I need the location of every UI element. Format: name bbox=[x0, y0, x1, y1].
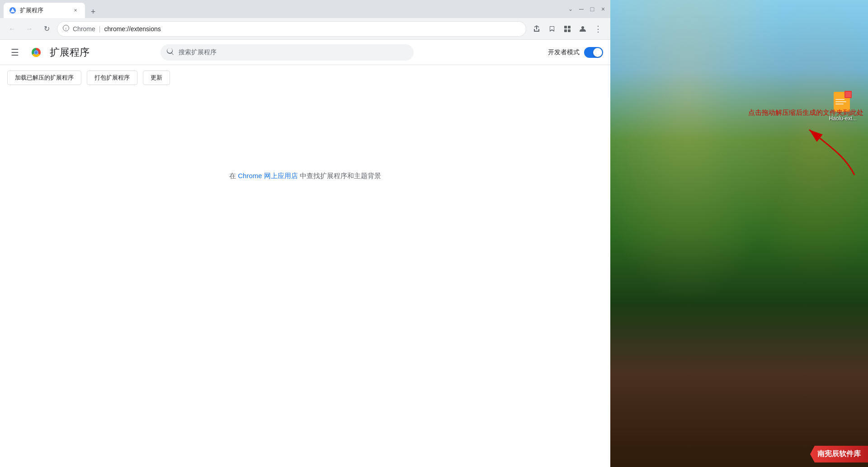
load-unpacked-button[interactable]: 加载已解压的扩展程序 bbox=[7, 71, 81, 85]
share-button[interactable] bbox=[530, 22, 543, 36]
chrome-logo bbox=[30, 46, 42, 59]
svg-text:i: i bbox=[66, 27, 66, 31]
profile-button[interactable] bbox=[576, 22, 590, 36]
webstore-suffix: 中查找扩展程序和主题背景 bbox=[300, 172, 381, 179]
dev-buttons-bar: 加载已解压的扩展程序 打包扩展程序 更新 bbox=[0, 65, 610, 90]
search-container: 搜索扩展程序 bbox=[160, 44, 414, 61]
forward-button[interactable]: → bbox=[23, 22, 36, 36]
site-name: Chrome bbox=[73, 25, 95, 33]
back-button[interactable]: ← bbox=[5, 22, 19, 36]
tab-favicon bbox=[9, 7, 16, 14]
search-icon bbox=[167, 48, 174, 57]
search-bar[interactable]: 搜索扩展程序 bbox=[160, 44, 414, 61]
annotation-text: 点击拖动解压缩后生成的文件夹到此处 bbox=[683, 108, 863, 117]
toolbar-icons: ⋮ bbox=[530, 22, 605, 36]
svg-point-13 bbox=[35, 51, 38, 54]
menu-button[interactable]: ⋮ bbox=[591, 22, 605, 36]
address-divider: | bbox=[99, 25, 101, 33]
extensions-header: ☰ 扩展程序 搜索扩展程序 bbox=[0, 40, 610, 65]
reload-button[interactable]: ↻ bbox=[40, 22, 53, 36]
nav-bar: ← → ↻ i Chrome | chrome://extensions bbox=[0, 18, 610, 40]
webstore-link[interactable]: Chrome 网上应用店 bbox=[238, 172, 298, 179]
desktop-background bbox=[610, 0, 868, 467]
address-url: chrome://extensions bbox=[104, 25, 160, 33]
extension-button[interactable] bbox=[561, 22, 574, 36]
address-bar[interactable]: i Chrome | chrome://extensions bbox=[57, 21, 526, 37]
close-button[interactable]: × bbox=[599, 5, 607, 13]
update-button[interactable]: 更新 bbox=[143, 71, 170, 85]
maximize-button[interactable]: □ bbox=[589, 5, 596, 13]
svg-rect-21 bbox=[835, 104, 844, 104]
svg-rect-19 bbox=[835, 99, 844, 100]
svg-rect-20 bbox=[835, 101, 846, 102]
toggle-knob bbox=[593, 48, 602, 57]
minimize-button[interactable]: ─ bbox=[578, 5, 585, 13]
dev-mode-toggle[interactable] bbox=[584, 47, 603, 58]
watermark-text: 南宪辰软件库 bbox=[817, 450, 861, 458]
svg-rect-5 bbox=[568, 26, 571, 28]
new-tab-button[interactable]: + bbox=[87, 5, 99, 18]
svg-point-8 bbox=[581, 26, 584, 29]
tab-title: 扩展程序 bbox=[20, 6, 68, 14]
bookmark-button[interactable] bbox=[545, 22, 559, 36]
tab-close-button[interactable]: × bbox=[71, 6, 80, 14]
watermark-badge: 南宪辰软件库 bbox=[810, 446, 868, 462]
annotation-arrow-svg bbox=[773, 121, 863, 179]
webstore-prefix: 在 bbox=[229, 172, 236, 179]
browser-window: 扩展程序 × + ⌄ ─ □ × ← → ↻ i Chrome | chrome… bbox=[0, 0, 610, 467]
page-title: 扩展程序 bbox=[50, 46, 90, 59]
dev-mode-area: 开发者模式 bbox=[548, 47, 603, 58]
search-placeholder-text: 搜索扩展程序 bbox=[179, 48, 217, 57]
tab-area: 扩展程序 × + bbox=[4, 0, 560, 18]
dev-mode-label: 开发者模式 bbox=[548, 48, 580, 57]
svg-rect-6 bbox=[564, 29, 567, 32]
tab-search-button[interactable]: ⌄ bbox=[567, 5, 574, 13]
annotation-area: 点击拖动解压缩后生成的文件夹到此处 bbox=[683, 108, 863, 179]
lock-icon: i bbox=[63, 25, 69, 33]
webstore-link-text: 在 Chrome 网上应用店 中查找扩展程序和主题背景 bbox=[229, 172, 381, 180]
svg-rect-7 bbox=[568, 29, 571, 32]
svg-rect-18 bbox=[845, 92, 851, 97]
title-bar: 扩展程序 × + ⌄ ─ □ × bbox=[0, 0, 610, 18]
pack-extension-button[interactable]: 打包扩展程序 bbox=[87, 71, 137, 85]
active-tab[interactable]: 扩展程序 × bbox=[4, 3, 85, 18]
menu-icon[interactable]: ☰ bbox=[7, 43, 23, 61]
extensions-main-content: 在 Chrome 网上应用店 中查找扩展程序和主题背景 bbox=[0, 90, 610, 467]
extensions-page: ☰ 扩展程序 搜索扩展程序 bbox=[0, 40, 610, 467]
svg-rect-4 bbox=[564, 26, 567, 28]
desktop-area: Haolu-ext... 点击拖动解压缩后生成的文件夹到此处 南宪辰软件库 bbox=[610, 0, 868, 467]
